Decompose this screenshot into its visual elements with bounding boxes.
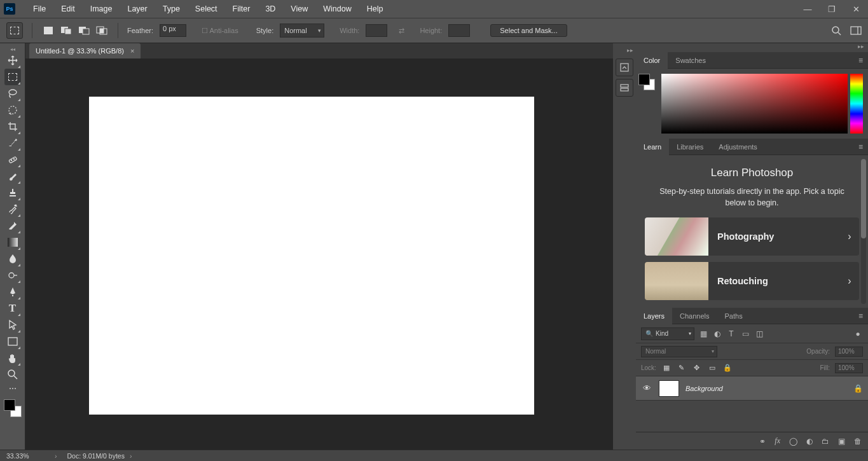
path-select-tool[interactable]	[4, 317, 21, 333]
select-and-mask-button[interactable]: Select and Mask...	[490, 24, 567, 37]
search-icon[interactable]	[831, 25, 841, 36]
layer-filter-kind[interactable]: Kind	[641, 327, 694, 340]
panel-dock-handle[interactable]: ▸▸	[636, 43, 868, 52]
lock-pixels-icon[interactable]: ✎	[677, 363, 687, 373]
learn-card-photography[interactable]: Photography ›	[645, 217, 859, 256]
menu-view[interactable]: View	[283, 0, 315, 18]
edit-toolbar-icon[interactable]: ⋯	[4, 384, 21, 393]
link-layers-icon[interactable]: ⚭	[759, 437, 766, 446]
lock-artboard-icon[interactable]: ▭	[707, 363, 717, 373]
workspace-switch-icon[interactable]	[850, 26, 862, 35]
eyedropper-tool[interactable]	[4, 135, 21, 151]
tab-paths[interactable]: Paths	[717, 308, 750, 324]
canvas-viewport[interactable]	[25, 58, 613, 450]
tools-dock-handle[interactable]: ◂◂	[0, 46, 25, 52]
brush-tool[interactable]	[4, 168, 21, 184]
tab-learn[interactable]: Learn	[636, 139, 669, 155]
adjustment-layer-icon[interactable]: ◐	[806, 437, 813, 446]
menu-window[interactable]: Window	[315, 0, 359, 18]
doc-info-chevron-icon[interactable]: ›	[125, 452, 137, 460]
tab-adjustments[interactable]: Adjustments	[711, 139, 765, 155]
document-tab[interactable]: Untitled-1 @ 33.3% (RGB/8) ×	[29, 43, 141, 58]
move-tool[interactable]	[4, 52, 21, 69]
color-panel-menu-icon[interactable]: ≡	[853, 56, 868, 65]
layer-mask-icon[interactable]: ◯	[789, 437, 797, 446]
tab-layers[interactable]: Layers	[636, 308, 672, 324]
zoom-tool[interactable]	[4, 366, 21, 383]
stamp-tool[interactable]	[4, 184, 21, 201]
new-layer-icon[interactable]: ▣	[838, 437, 845, 446]
hue-slider[interactable]	[850, 74, 863, 134]
layer-style-icon[interactable]: fx	[775, 436, 780, 446]
menu-3d[interactable]: 3D	[258, 0, 283, 18]
menu-help[interactable]: Help	[359, 0, 391, 18]
hand-tool[interactable]	[4, 350, 21, 366]
pen-tool[interactable]	[4, 284, 21, 300]
shape-tool[interactable]	[4, 333, 21, 350]
layers-panel-menu-icon[interactable]: ≡	[853, 312, 868, 320]
crop-tool[interactable]	[4, 118, 21, 135]
history-brush-tool[interactable]	[4, 201, 21, 217]
menu-select[interactable]: Select	[188, 0, 225, 18]
learn-card-retouching[interactable]: Retouching ›	[645, 262, 859, 300]
maximize-button[interactable]: ❐	[820, 0, 844, 18]
filter-shape-icon[interactable]: ▭	[740, 329, 750, 339]
close-button[interactable]: ✕	[844, 0, 868, 18]
filter-toggle-icon[interactable]: ●	[853, 329, 863, 339]
visibility-toggle-icon[interactable]: 👁	[641, 383, 652, 393]
menu-filter[interactable]: Filter	[225, 0, 258, 18]
layer-name[interactable]: Background	[685, 385, 847, 392]
filter-smart-icon[interactable]: ◫	[754, 329, 764, 339]
type-tool[interactable]: T	[4, 300, 21, 317]
minimize-button[interactable]: —	[796, 0, 820, 18]
group-icon[interactable]: 🗀	[822, 437, 829, 446]
filter-type-icon[interactable]: T	[726, 329, 736, 339]
properties-panel-icon[interactable]	[616, 79, 633, 97]
menu-image[interactable]: Image	[83, 0, 120, 18]
tab-libraries[interactable]: Libraries	[669, 139, 711, 155]
healing-tool[interactable]	[4, 151, 21, 168]
tab-color[interactable]: Color	[636, 52, 668, 69]
learn-panel-menu-icon[interactable]: ≡	[853, 142, 868, 151]
lasso-tool[interactable]	[4, 85, 21, 102]
mode-new-icon[interactable]	[41, 24, 55, 38]
filter-pixel-icon[interactable]: ▦	[698, 329, 708, 339]
doc-info[interactable]: Doc: 9.01M/0 bytes	[62, 452, 125, 460]
quick-select-tool[interactable]	[4, 102, 21, 118]
tab-swatches[interactable]: Swatches	[668, 52, 713, 69]
learn-scrollbar[interactable]	[861, 159, 866, 304]
color-panel-swatches[interactable]	[638, 74, 655, 90]
lock-all-icon[interactable]: 🔒	[722, 363, 733, 373]
history-panel-icon[interactable]	[616, 58, 633, 76]
mini-dock-handle[interactable]: ▸▸	[613, 47, 636, 56]
color-field[interactable]	[661, 74, 848, 134]
layer-thumb[interactable]	[659, 380, 679, 397]
menu-edit[interactable]: Edit	[53, 0, 83, 18]
lock-transparent-icon[interactable]: ▦	[661, 363, 672, 373]
style-dropdown[interactable]: Normal	[280, 24, 324, 38]
marquee-tool[interactable]	[4, 69, 21, 85]
active-tool-icon[interactable]	[6, 22, 23, 39]
lock-position-icon[interactable]: ✥	[692, 363, 702, 373]
menu-layer[interactable]: Layer	[120, 0, 155, 18]
tab-channels[interactable]: Channels	[672, 308, 717, 324]
blur-tool[interactable]	[4, 251, 21, 267]
filter-adjust-icon[interactable]: ◐	[712, 329, 722, 339]
mode-subtract-icon[interactable]	[77, 24, 91, 38]
gradient-tool[interactable]	[4, 234, 21, 251]
color-swatches[interactable]	[4, 399, 22, 417]
zoom-chevron-icon[interactable]: ›	[50, 452, 62, 460]
foreground-color-swatch[interactable]	[4, 399, 15, 411]
dodge-tool[interactable]	[4, 267, 21, 284]
layer-lock-icon[interactable]: 🔒	[853, 384, 863, 393]
menu-file[interactable]: File	[25, 0, 53, 18]
canvas[interactable]	[89, 97, 534, 415]
delete-layer-icon[interactable]: 🗑	[854, 437, 862, 446]
eraser-tool[interactable]	[4, 217, 21, 234]
feather-input[interactable]: 0 px	[160, 24, 186, 37]
layer-item[interactable]: 👁 Background 🔒	[636, 376, 868, 401]
close-tab-icon[interactable]: ×	[130, 47, 134, 55]
zoom-level[interactable]: 33.33%	[0, 452, 50, 460]
mode-add-icon[interactable]	[59, 24, 73, 38]
mode-intersect-icon[interactable]	[95, 24, 109, 38]
